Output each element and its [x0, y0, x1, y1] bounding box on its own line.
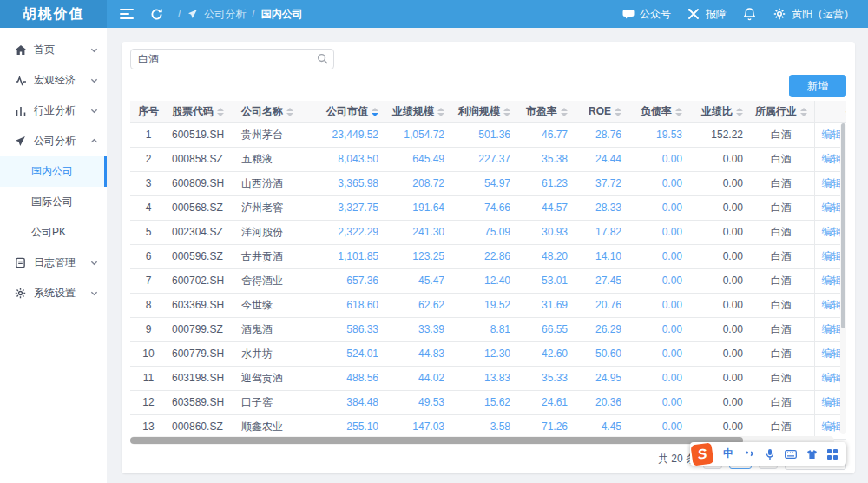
action-link[interactable]: 编辑 — [822, 275, 843, 287]
column-header[interactable]: 负债率 — [627, 101, 687, 122]
column-header[interactable]: 市盈率 — [516, 101, 573, 122]
search-input[interactable] — [130, 49, 334, 69]
action-link[interactable]: 编辑 — [822, 420, 843, 433]
cell: 8,043.50 — [311, 147, 384, 171]
column-header[interactable]: 公司名称 — [236, 101, 311, 122]
table-row: 6000596.SZ古井贡酒1,101.85123.2522.8648.2014… — [130, 244, 846, 268]
cell: 0.00 — [627, 317, 687, 341]
table-row: 4000568.SZ泸州老窖3,327.75191.6474.6644.5728… — [130, 195, 846, 220]
cell: 5 — [130, 220, 167, 244]
table-row: 1600519.SH贵州茅台23,449.521,054.72501.3646.… — [130, 122, 846, 147]
action-link[interactable]: 编辑 — [822, 372, 843, 384]
breadcrumb-separator: / — [252, 8, 254, 20]
action-link[interactable]: 编辑 — [822, 153, 843, 165]
action-link[interactable]: 编辑 — [822, 202, 843, 214]
top-header: 胡桃价值 / 公司分析 / 国内公司 公众号 — [0, 0, 868, 28]
cell: 0.00 — [627, 341, 687, 366]
cell: 66.55 — [516, 317, 573, 341]
sort-caret-icon[interactable] — [800, 108, 807, 116]
cell: 白酒 — [748, 220, 814, 244]
column-header[interactable]: 所属行业 — [748, 101, 814, 122]
column-header[interactable]: ROE — [573, 101, 627, 122]
sort-caret-icon[interactable] — [372, 108, 378, 116]
cell: 1,101.85 — [311, 244, 384, 268]
sidebar-item-domestic-company[interactable]: 国内公司 — [0, 156, 107, 187]
sort-caret-icon[interactable] — [286, 108, 293, 116]
cell: 524.01 — [311, 341, 384, 366]
cell: 27.45 — [573, 268, 627, 293]
cell: 384.48 — [311, 390, 384, 414]
column-header[interactable]: 利润规模 — [450, 101, 516, 122]
cell: 0.00 — [627, 220, 687, 244]
sidebar-item-macro-economy[interactable]: 宏观经济 — [0, 65, 107, 96]
sidebar-item-international-company[interactable]: 国际公司 — [0, 187, 107, 217]
action-link[interactable]: 编辑 — [822, 347, 843, 360]
horizontal-scrollbar-thumb[interactable] — [130, 437, 743, 444]
sogou-logo-icon[interactable]: S — [690, 442, 713, 466]
cell: 贵州茅台 — [236, 122, 311, 147]
search-icon[interactable] — [317, 53, 328, 64]
column-header[interactable]: 股票代码 — [167, 101, 236, 122]
column-header[interactable]: 公司市值 — [311, 101, 384, 122]
action-link[interactable]: 编辑 — [822, 299, 843, 311]
voice-input-icon[interactable] — [763, 447, 777, 461]
sidebar-item-label: 公司分析 — [34, 134, 90, 149]
cell: 152.22 — [687, 122, 748, 147]
cell: 46.77 — [516, 122, 573, 147]
sort-caret-icon[interactable] — [503, 108, 510, 116]
company-table: 序号股票代码公司名称公司市值业绩规模利润规模市盈率ROE负债率业绩比所属行业操作… — [130, 101, 846, 445]
cell: 迎驾贡酒 — [236, 366, 311, 390]
action-link[interactable]: 编辑 — [822, 129, 843, 141]
sort-caret-icon[interactable] — [675, 108, 682, 116]
sidebar-item-company-analysis[interactable]: 公司分析 — [0, 126, 107, 156]
sidebar-item-industry-analysis[interactable]: 行业分析 — [0, 96, 107, 126]
toolbox-grid-icon[interactable] — [825, 447, 839, 461]
gear-icon — [15, 288, 27, 300]
cell: 五粮液 — [236, 147, 311, 171]
cell: 顺鑫农业 — [236, 414, 311, 439]
vertical-scrollbar-thumb[interactable] — [841, 123, 845, 328]
vertical-scrollbar[interactable] — [840, 123, 846, 434]
chinese-mode-icon[interactable]: 中 — [721, 447, 735, 461]
app-logo: 胡桃价值 — [0, 0, 107, 28]
sidebar-item-system-settings[interactable]: 系统设置 — [0, 278, 107, 308]
action-link[interactable]: 编辑 — [822, 226, 843, 238]
cell: 45.47 — [384, 268, 450, 293]
report-fault-link[interactable]: 报障 — [686, 6, 727, 22]
skin-icon[interactable] — [805, 447, 819, 461]
sort-caret-icon[interactable] — [736, 108, 743, 116]
sidebar-item-company-pk[interactable]: 公司PK — [0, 217, 107, 248]
punctuation-icon[interactable] — [742, 447, 756, 461]
column-header[interactable]: 业绩规模 — [384, 101, 450, 122]
column-header[interactable]: 业绩比 — [687, 101, 748, 122]
cell: 24.61 — [516, 390, 573, 414]
breadcrumb-section[interactable]: 公司分析 — [204, 7, 246, 22]
sort-caret-icon[interactable] — [561, 108, 568, 116]
sidebar-item-log-management[interactable]: 日志管理 — [0, 248, 107, 278]
bell-icon[interactable] — [741, 6, 757, 22]
cell: 舍得酒业 — [236, 268, 311, 293]
cell: 000596.SZ — [167, 244, 236, 268]
cell: 口子窖 — [236, 390, 311, 414]
cell: 74.66 — [450, 195, 516, 220]
action-link[interactable]: 编辑 — [822, 323, 843, 335]
sort-caret-icon[interactable] — [217, 108, 224, 116]
collapse-menu-icon[interactable] — [119, 6, 135, 22]
action-link[interactable]: 编辑 — [822, 250, 843, 262]
cell: 191.64 — [384, 195, 450, 220]
sidebar-item-home[interactable]: 首页 — [0, 35, 107, 65]
refresh-icon[interactable] — [148, 6, 164, 22]
sort-caret-icon[interactable] — [615, 108, 621, 116]
cell: 488.56 — [311, 366, 384, 390]
cell: 44.57 — [516, 195, 573, 220]
sidebar: 首页 宏观经济 行业分析 公司分析 国内公司 国际公司 公司PK — [0, 28, 107, 483]
action-link[interactable]: 编辑 — [822, 396, 843, 408]
cell: 000860.SZ — [167, 414, 236, 439]
keyboard-icon[interactable] — [784, 447, 798, 461]
official-account-link[interactable]: 公众号 — [622, 6, 671, 22]
cell: 600702.SH — [167, 268, 236, 293]
sort-caret-icon[interactable] — [437, 108, 444, 116]
action-link[interactable]: 编辑 — [822, 177, 843, 189]
add-button[interactable]: 新增 — [789, 75, 846, 97]
user-menu[interactable]: 黄阳（运营） — [772, 6, 854, 22]
